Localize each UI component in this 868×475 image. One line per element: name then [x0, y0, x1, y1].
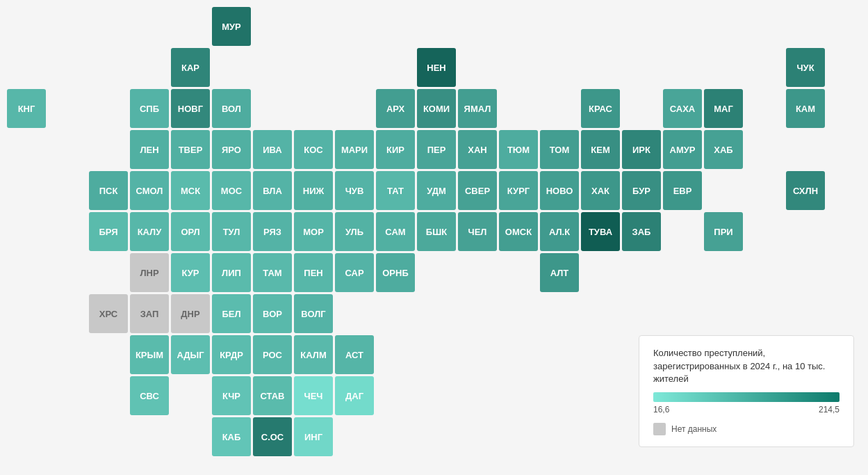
- cell-БЕЛ[interactable]: БЕЛ: [212, 294, 251, 333]
- cell-ВОЛГ[interactable]: ВОЛГ: [294, 294, 333, 333]
- cell-ВОР[interactable]: ВОР: [253, 294, 292, 333]
- cell-КОМИ[interactable]: КОМИ: [417, 89, 456, 128]
- cell-ТОМ[interactable]: ТОМ: [540, 130, 579, 169]
- cell-ТЮМ[interactable]: ТЮМ: [499, 130, 538, 169]
- cell-САР[interactable]: САР: [335, 253, 374, 292]
- cell-КЧР[interactable]: КЧР: [212, 376, 251, 415]
- cell-ОМСК[interactable]: ОМСК: [499, 212, 538, 251]
- cell-ИВА[interactable]: ИВА: [253, 130, 292, 169]
- empty-2-13: [499, 48, 538, 87]
- cell-АСТ[interactable]: АСТ: [335, 335, 374, 374]
- cell-СВС[interactable]: СВС: [130, 376, 169, 415]
- legend-min: 16,6: [653, 405, 669, 414]
- cell-СТАВ[interactable]: СТАВ: [253, 376, 292, 415]
- cell-ЧУВ[interactable]: ЧУВ: [335, 171, 374, 210]
- cell-РЯЗ[interactable]: РЯЗ: [253, 212, 292, 251]
- cell-КРЫМ[interactable]: КРЫМ: [130, 335, 169, 374]
- cell-ПЕН[interactable]: ПЕН: [294, 253, 333, 292]
- cell-ЕВР[interactable]: ЕВР: [663, 171, 702, 210]
- cell-ЧЕЛ[interactable]: ЧЕЛ: [458, 212, 497, 251]
- cell-ЗАП[interactable]: ЗАП: [130, 294, 169, 333]
- cell-ТВЕР[interactable]: ТВЕР: [171, 130, 210, 169]
- cell-ПРИ[interactable]: ПРИ: [704, 212, 743, 251]
- cell-НИЖ[interactable]: НИЖ: [294, 171, 333, 210]
- cell-УДМ[interactable]: УДМ: [417, 171, 456, 210]
- cell-УЛЬ[interactable]: УЛЬ: [335, 212, 374, 251]
- legend-nodata-label: Нет данных: [671, 424, 716, 434]
- cell-ВОЛ[interactable]: ВОЛ: [212, 89, 251, 128]
- cell-АМУР[interactable]: АМУР: [663, 130, 702, 169]
- cell-БШК[interactable]: БШК: [417, 212, 456, 251]
- cell-ХАН[interactable]: ХАН: [458, 130, 497, 169]
- cell-КУР[interactable]: КУР: [171, 253, 210, 292]
- cell-ТУЛ[interactable]: ТУЛ: [212, 212, 251, 251]
- cell-ХАК[interactable]: ХАК: [581, 171, 620, 210]
- cell-МАГ[interactable]: МАГ: [704, 89, 743, 128]
- cell-КРАС[interactable]: КРАС: [581, 89, 620, 128]
- cell-АРХ[interactable]: АРХ: [376, 89, 415, 128]
- cell-ИНГ[interactable]: ИНГ: [294, 417, 333, 456]
- cell-ПЕР[interactable]: ПЕР: [417, 130, 456, 169]
- cell-БУР[interactable]: БУР: [622, 171, 661, 210]
- cell-РОС[interactable]: РОС: [253, 335, 292, 374]
- cell-МСК[interactable]: МСК: [171, 171, 210, 210]
- cell-КЕМ[interactable]: КЕМ: [581, 130, 620, 169]
- cell-КРДР[interactable]: КРДР: [212, 335, 251, 374]
- cell-МАРИ[interactable]: МАРИ: [335, 130, 374, 169]
- cell-КАР[interactable]: КАР: [171, 48, 210, 87]
- cell-КАМ[interactable]: КАМ: [786, 89, 825, 128]
- cell-КАБ[interactable]: КАБ: [212, 417, 251, 456]
- cell-КИР[interactable]: КИР: [376, 130, 415, 169]
- empty-8-15: [581, 294, 620, 333]
- cell-КАЛУ[interactable]: КАЛУ: [130, 212, 169, 251]
- cell-ЧЕЧ[interactable]: ЧЕЧ: [294, 376, 333, 415]
- cell-АЛТ[interactable]: АЛТ: [540, 253, 579, 292]
- cell-НЕН[interactable]: НЕН: [417, 48, 456, 87]
- cell-КУРГ[interactable]: КУРГ: [499, 171, 538, 210]
- cell-ЯМАЛ[interactable]: ЯМАЛ: [458, 89, 497, 128]
- cell-КАЛМ[interactable]: КАЛМ: [294, 335, 333, 374]
- cell-ОРЛ[interactable]: ОРЛ: [171, 212, 210, 251]
- cell-ВЛА[interactable]: ВЛА: [253, 171, 292, 210]
- cell-МОР[interactable]: МОР: [294, 212, 333, 251]
- cell-АЛ.К[interactable]: АЛ.К: [540, 212, 579, 251]
- cell-ТАМ[interactable]: ТАМ: [253, 253, 292, 292]
- cell-ОРНБ[interactable]: ОРНБ: [376, 253, 415, 292]
- empty-1-14: [540, 7, 579, 46]
- empty-8-20: [786, 294, 825, 333]
- cell-КНГ[interactable]: КНГ: [7, 89, 46, 128]
- cell-САМ[interactable]: САМ: [376, 212, 415, 251]
- cell-ЗАБ[interactable]: ЗАБ: [622, 212, 661, 251]
- cell-ЛИП[interactable]: ЛИП: [212, 253, 251, 292]
- cell-САХА[interactable]: САХА: [663, 89, 702, 128]
- cell-СПБ[interactable]: СПБ: [130, 89, 169, 128]
- cell-НОВО[interactable]: НОВО: [540, 171, 579, 210]
- cell-ТАТ[interactable]: ТАТ: [376, 171, 415, 210]
- cell-СВЕР[interactable]: СВЕР: [458, 171, 497, 210]
- cell-ХРС[interactable]: ХРС: [89, 294, 128, 333]
- cell-МУР[interactable]: МУР: [212, 7, 251, 46]
- cell-ХАБ[interactable]: ХАБ: [704, 130, 743, 169]
- empty-7-15: [581, 253, 620, 292]
- cell-КОС[interactable]: КОС: [294, 130, 333, 169]
- cell-ИРК[interactable]: ИРК: [622, 130, 661, 169]
- empty-11-5: [171, 417, 210, 456]
- cell-ЛЕН[interactable]: ЛЕН: [130, 130, 169, 169]
- empty-2-8: [294, 48, 333, 87]
- cell-НОВГ[interactable]: НОВГ: [171, 89, 210, 128]
- cell-ПСК[interactable]: ПСК: [89, 171, 128, 210]
- cell-ЛНР[interactable]: ЛНР: [130, 253, 169, 292]
- empty-2-19: [745, 48, 784, 87]
- cell-МОС[interactable]: МОС: [212, 171, 251, 210]
- cell-ЯРО[interactable]: ЯРО: [212, 130, 251, 169]
- cell-ДАГ[interactable]: ДАГ: [335, 376, 374, 415]
- cell-АДЫГ[interactable]: АДЫГ: [171, 335, 210, 374]
- cell-ЧУК[interactable]: ЧУК: [786, 48, 825, 87]
- empty-1-17: [663, 7, 702, 46]
- cell-СХЛН[interactable]: СХЛН: [786, 171, 825, 210]
- cell-БРЯ[interactable]: БРЯ: [89, 212, 128, 251]
- cell-ТУВА[interactable]: ТУВА: [581, 212, 620, 251]
- cell-СМОЛ[interactable]: СМОЛ: [130, 171, 169, 210]
- cell-С.ОС[interactable]: С.ОС: [253, 417, 292, 456]
- cell-ДНР[interactable]: ДНР: [171, 294, 210, 333]
